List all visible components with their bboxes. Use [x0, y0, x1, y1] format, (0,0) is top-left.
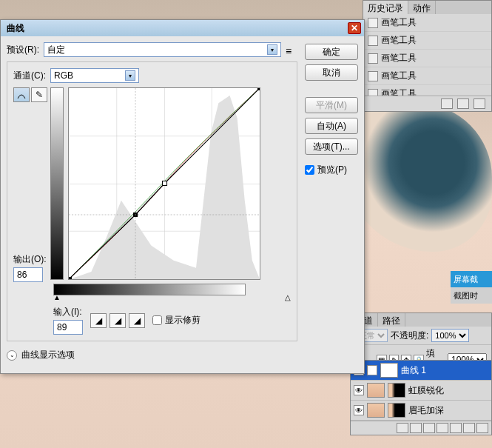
- brush-icon: [368, 18, 378, 28]
- tab-history[interactable]: 历史记录: [363, 1, 408, 14]
- channel-label: 通道(C):: [13, 70, 46, 82]
- preview-checkbox[interactable]: [305, 165, 314, 175]
- brush-icon: [368, 71, 378, 81]
- layer-mask-thumb: [388, 383, 405, 398]
- history-item[interactable]: 画笔工具: [363, 50, 491, 67]
- white-slider-icon[interactable]: △: [285, 293, 291, 301]
- visibility-icon[interactable]: 👁: [354, 385, 364, 395]
- history-panel: 历史记录 动作 画笔工具画笔工具画笔工具画笔工具画笔工具画笔工具: [363, 0, 492, 112]
- eyedropper-white-icon[interactable]: ◢: [129, 313, 145, 328]
- layer-mask-thumb: [380, 363, 398, 378]
- history-item[interactable]: 画笔工具: [363, 85, 491, 96]
- screen-panel: 屏幕截 截图时: [451, 271, 492, 304]
- adjustment-icon: ◔: [367, 365, 377, 375]
- auto-button[interactable]: 自动(A): [305, 118, 358, 134]
- curve-pencil-tool[interactable]: ✎: [31, 87, 47, 102]
- dialog-title: 曲线: [7, 22, 24, 35]
- channel-select[interactable]: RGB ▾: [50, 68, 139, 83]
- history-item[interactable]: 画笔工具: [363, 32, 491, 50]
- brush-icon: [368, 89, 378, 96]
- input-label: 输入(I):: [53, 306, 83, 318]
- opacity-select[interactable]: 100%: [431, 329, 469, 342]
- close-button[interactable]: ✕: [348, 22, 361, 34]
- curves-dialog: 曲线 ✕ 预设(R): 自定 ▾ 通道(C): RGB ▾: [0, 19, 365, 374]
- black-slider-icon[interactable]: ▲: [53, 293, 61, 301]
- screen-row-1[interactable]: 屏幕截: [451, 271, 492, 287]
- preset-label: 预设(R):: [7, 44, 39, 56]
- show-clipping-label: 显示修剪: [165, 314, 200, 327]
- layer-adjust-icon[interactable]: [437, 423, 448, 433]
- svg-rect-10: [257, 88, 260, 90]
- visibility-icon[interactable]: 👁: [354, 405, 364, 415]
- output-label: 输出(O):: [13, 253, 47, 266]
- opacity-label: 不透明度:: [391, 330, 428, 342]
- preset-select[interactable]: 自定 ▾: [44, 42, 281, 57]
- tab-paths[interactable]: 路径: [378, 313, 405, 327]
- input-input[interactable]: [53, 320, 83, 335]
- layer-fx-icon[interactable]: [410, 423, 422, 433]
- cancel-button[interactable]: 取消: [305, 64, 358, 81]
- brush-icon: [368, 36, 378, 46]
- layer-thumb-icon: [367, 403, 385, 418]
- screen-row-2[interactable]: 截图时: [451, 287, 492, 304]
- chevron-down-icon: ▾: [125, 70, 135, 81]
- ok-button[interactable]: 确定: [305, 44, 358, 60]
- display-options-label: 曲线显示选项: [21, 349, 75, 361]
- output-input[interactable]: [13, 267, 43, 282]
- history-camera-icon[interactable]: [457, 98, 469, 109]
- history-item[interactable]: 画笔工具: [363, 67, 491, 85]
- svg-rect-9: [69, 277, 72, 279]
- history-item[interactable]: 画笔工具: [363, 14, 491, 32]
- history-snapshot-icon[interactable]: [441, 98, 453, 109]
- smooth-button[interactable]: 平滑(M): [305, 97, 358, 113]
- layer-mask-icon[interactable]: [423, 423, 435, 433]
- curve-point-tool[interactable]: [13, 87, 30, 102]
- svg-rect-8: [162, 181, 166, 185]
- layer-item[interactable]: 👁眉毛加深: [351, 401, 491, 421]
- curve-graph[interactable]: [68, 87, 260, 280]
- preset-menu-icon[interactable]: [286, 45, 297, 54]
- layer-mask-thumb: [388, 403, 405, 418]
- expand-icon: ⌄: [7, 350, 17, 361]
- show-clipping-checkbox[interactable]: [152, 315, 162, 325]
- options-button[interactable]: 选项(T)...: [305, 138, 358, 155]
- layer-group-icon[interactable]: [450, 423, 462, 433]
- history-trash-icon[interactable]: [474, 98, 485, 109]
- layer-link-icon[interactable]: [397, 423, 408, 433]
- layer-new-icon[interactable]: [463, 423, 475, 433]
- display-options-toggle[interactable]: ⌄ 曲线显示选项: [7, 349, 297, 361]
- eyedropper-gray-icon[interactable]: ◢: [109, 313, 126, 328]
- layer-thumb-icon: [367, 383, 385, 398]
- preview-label: 预览(P): [317, 164, 347, 176]
- layers-panel: 👁◔曲线 1👁虹膜锐化👁眉毛加深: [350, 360, 492, 435]
- output-gradient: [50, 87, 64, 280]
- eyedropper-black-icon[interactable]: ◢: [90, 313, 107, 328]
- layer-trash-icon[interactable]: [476, 423, 488, 433]
- brush-icon: [368, 53, 378, 64]
- layer-item[interactable]: 👁虹膜锐化: [351, 381, 491, 401]
- layer-item[interactable]: 👁◔曲线 1: [351, 361, 491, 381]
- chevron-down-icon: ▾: [267, 44, 277, 55]
- tab-actions[interactable]: 动作: [408, 1, 436, 14]
